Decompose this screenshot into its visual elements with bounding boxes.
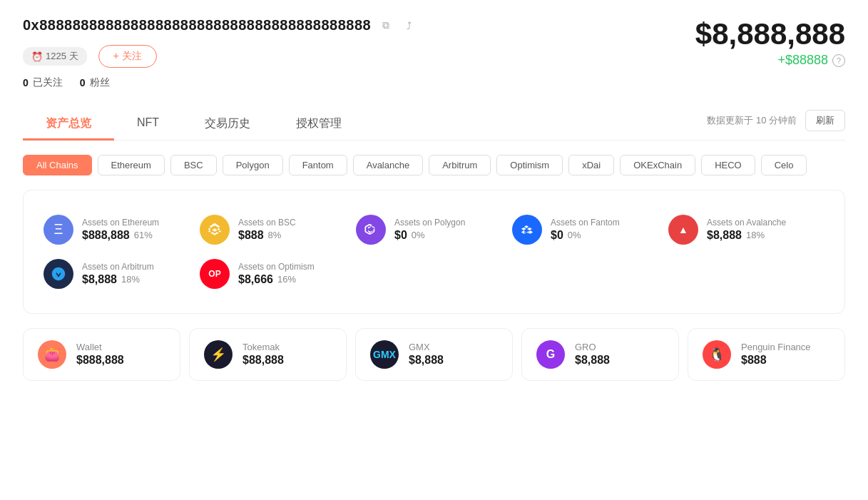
followers-stat: 0 粉丝 (80, 76, 110, 89)
page-wrapper: 0x88888888888888888888888888888888888888… (0, 0, 868, 500)
penguin-card-icon: 🐧 (703, 340, 731, 369)
assets-section: Ξ Assets on Ethereum $888,888 61% Assets… (23, 190, 845, 314)
asset-info-polygon: Assets on Polygon $0 0% (394, 218, 465, 242)
asset-value-arbitrum: $8,888 (82, 273, 117, 286)
card-label-tokemak: Tokemak (242, 342, 284, 352)
asset-item-arbitrum: Assets on Arbitrum $8,888 18% (44, 252, 200, 296)
portfolio-card-penguin: 🐧 Penguin Finance $888 (688, 328, 845, 381)
chain-btn-okex[interactable]: OKExChain (620, 155, 695, 175)
chain-filters: All Chains Ethereum BSC Polygon Fantom A… (23, 155, 845, 175)
followers-count: 0 (80, 77, 86, 88)
card-value-tokemak: $88,888 (242, 354, 284, 367)
chain-btn-optimism[interactable]: Optimism (496, 155, 563, 175)
card-info-tokemak: Tokemak $88,888 (242, 342, 284, 367)
share-icon[interactable]: ⤴ (401, 18, 417, 34)
tokemak-card-icon: ⚡ (204, 340, 233, 369)
following-stat: 0 已关注 (23, 76, 63, 89)
chain-btn-bsc[interactable]: BSC (170, 155, 217, 175)
card-value-wallet: $888,888 (76, 354, 124, 367)
asset-label-avalanche: Assets on Avalanche (707, 218, 786, 228)
wallet-address: 0x88888888888888888888888888888888888888… (23, 17, 371, 34)
card-label-penguin: Penguin Finance (741, 342, 811, 352)
stats-section: 0 已关注 0 粉丝 (23, 76, 417, 89)
following-count: 0 (23, 77, 29, 88)
optimism-chain-icon: OP (200, 259, 230, 289)
asset-item-bsc: Assets on BSC $888 8% (200, 208, 356, 252)
asset-label-eth: Assets on Ethereum (82, 218, 159, 228)
tab-auth[interactable]: 授权管理 (273, 109, 364, 141)
address-section: 0x88888888888888888888888888888888888888… (23, 17, 417, 89)
asset-label-arbitrum: Assets on Arbitrum (82, 262, 154, 272)
gmx-card-icon: GMX (370, 340, 399, 369)
chain-btn-avalanche[interactable]: Avalanche (353, 155, 423, 175)
asset-item-avalanche: ▲ Assets on Avalanche $8,888 18% (668, 208, 824, 252)
follow-button[interactable]: + 关注 (98, 45, 157, 68)
chain-btn-polygon[interactable]: Polygon (223, 155, 283, 175)
asset-value-row-fantom: $0 0% (551, 229, 620, 242)
chain-btn-eth[interactable]: Ethereum (98, 155, 165, 175)
card-label-gro: GRO (575, 342, 610, 352)
wallet-card-icon: 👛 (38, 340, 66, 369)
copy-icon[interactable]: ⧉ (378, 18, 394, 34)
refresh-button[interactable]: 刷新 (805, 110, 845, 131)
tab-history[interactable]: 交易历史 (182, 109, 273, 141)
asset-value-row-polygon: $0 0% (394, 229, 465, 242)
card-label-gmx: GMX (409, 342, 444, 352)
chain-btn-arbitrum[interactable]: Arbitrum (429, 155, 491, 175)
card-info-gro: GRO $8,888 (575, 342, 610, 367)
asset-value-bsc: $888 (238, 229, 264, 242)
portfolio-value: $8,888,888 (695, 17, 845, 51)
portfolio-card-wallet: 👛 Wallet $888,888 (23, 328, 180, 381)
follow-row: ⏰ 1225 天 + 关注 (23, 45, 417, 68)
chain-btn-celo[interactable]: Celo (761, 155, 807, 175)
chain-btn-all[interactable]: All Chains (23, 155, 92, 175)
asset-pct-fantom: 0% (568, 230, 581, 240)
tab-nft[interactable]: NFT (114, 109, 182, 141)
days-badge: ⏰ 1225 天 (23, 47, 87, 66)
asset-label-fantom: Assets on Fantom (551, 218, 620, 228)
asset-item-eth: Ξ Assets on Ethereum $888,888 61% (44, 208, 200, 252)
portfolio-card-gmx: GMX GMX $8,888 (355, 328, 513, 381)
tab-assets[interactable]: 资产总览 (23, 109, 114, 141)
card-label-wallet: Wallet (76, 342, 124, 352)
asset-info-bsc: Assets on BSC $888 8% (238, 218, 296, 242)
portfolio-section: $8,888,888 +$88888 ? (695, 17, 845, 68)
asset-info-eth: Assets on Ethereum $888,888 61% (82, 218, 159, 242)
asset-info-arbitrum: Assets on Arbitrum $8,888 18% (82, 262, 154, 286)
card-value-gro: $8,888 (575, 354, 610, 367)
clock-icon: ⏰ (31, 51, 43, 62)
chain-btn-xdai[interactable]: xDai (568, 155, 614, 175)
asset-value-fantom: $0 (551, 229, 563, 242)
asset-info-optimism: Assets on Optimism $8,666 16% (238, 262, 315, 286)
asset-value-row-avalanche: $8,888 18% (707, 229, 786, 242)
eth-chain-icon: Ξ (44, 215, 73, 245)
asset-value-eth: $888,888 (82, 229, 130, 242)
help-icon[interactable]: ? (832, 54, 845, 67)
asset-value-avalanche: $8,888 (707, 229, 742, 242)
card-value-gmx: $8,888 (409, 354, 444, 367)
days-text: 1225 天 (46, 50, 78, 63)
chain-btn-heco[interactable]: HECO (701, 155, 755, 175)
asset-label-optimism: Assets on Optimism (238, 262, 315, 272)
asset-value-optimism: $8,666 (238, 273, 273, 286)
portfolio-card-tokemak: ⚡ Tokemak $88,888 (189, 328, 347, 381)
asset-value-row-optimism: $8,666 16% (238, 273, 315, 286)
asset-pct-polygon: 0% (412, 230, 425, 240)
assets-grid: Ξ Assets on Ethereum $888,888 61% Assets… (44, 208, 824, 296)
asset-pct-arbitrum: 18% (121, 274, 140, 285)
address-row: 0x88888888888888888888888888888888888888… (23, 17, 417, 34)
data-update-text: 数据更新于 10 分钟前 (707, 114, 797, 127)
card-value-penguin: $888 (741, 354, 811, 367)
fantom-chain-icon (512, 215, 542, 245)
portfolio-cards: 👛 Wallet $888,888 ⚡ Tokemak $88,888 GMX … (23, 328, 845, 381)
asset-info-avalanche: Assets on Avalanche $8,888 18% (707, 218, 786, 242)
asset-label-polygon: Assets on Polygon (394, 218, 465, 228)
asset-info-fantom: Assets on Fantom $0 0% (551, 218, 620, 242)
bsc-chain-icon (200, 215, 230, 245)
card-info-gmx: GMX $8,888 (409, 342, 444, 367)
tabs-left: 资产总览 NFT 交易历史 授权管理 (23, 109, 364, 140)
polygon-chain-icon (356, 215, 386, 245)
chain-btn-fantom[interactable]: Fantom (289, 155, 347, 175)
asset-value-polygon: $0 (394, 229, 407, 242)
header: 0x88888888888888888888888888888888888888… (23, 17, 845, 89)
